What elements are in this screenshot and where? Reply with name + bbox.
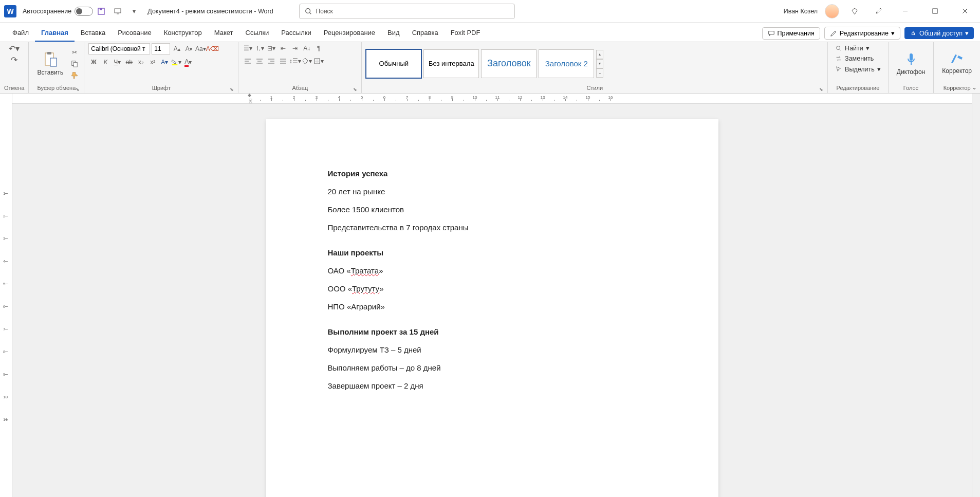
font-size-select[interactable] — [152, 43, 170, 54]
style-heading2[interactable]: Заголовок 2 — [539, 49, 594, 78]
grow-font-button[interactable]: A▴ — [172, 44, 182, 54]
svg-rect-10 — [74, 62, 78, 67]
document-line[interactable]: Наши проекты — [328, 247, 657, 258]
replace-button[interactable]: Заменить — [832, 54, 877, 63]
tab-design[interactable]: Конструктор — [158, 25, 208, 42]
minimize-button[interactable] — [894, 3, 916, 20]
bold-button[interactable]: Ж — [88, 57, 99, 67]
tab-insert[interactable]: Вставка — [75, 25, 112, 42]
group-paragraph: ☰▾ ⒈▾ ⊟▾ ⇤ ⇥ A↓ ¶ — [238, 42, 362, 93]
align-left-button[interactable] — [243, 56, 253, 66]
tab-file[interactable]: Файл — [6, 25, 35, 42]
increase-indent-button[interactable]: ⇥ — [290, 43, 300, 53]
change-case-button[interactable]: Aa▾ — [195, 44, 206, 54]
numbering-button[interactable]: ⒈▾ — [254, 43, 265, 53]
strike-button[interactable]: ab — [124, 57, 134, 67]
document-line[interactable]: Формулируем ТЗ – 5 дней — [328, 344, 657, 355]
bullets-button[interactable]: ☰▾ — [243, 43, 253, 53]
document-line[interactable]: Завершаем проект – 2 дня — [328, 380, 657, 391]
shading-button[interactable]: ▾ — [302, 56, 312, 66]
group-clipboard: Вставить ✂ Буфер обмена⬊ — [29, 42, 84, 93]
tab-help[interactable]: Справка — [406, 25, 445, 42]
style-nospacing[interactable]: Без интервала — [423, 49, 479, 78]
redo-button[interactable]: ↷ — [9, 54, 20, 65]
style-heading1[interactable]: Заголовок — [481, 49, 537, 78]
borders-button[interactable]: ▾ — [313, 56, 324, 66]
document-line[interactable]: Представительства в 7 городах страны — [328, 222, 657, 233]
close-button[interactable] — [953, 3, 976, 20]
search-box[interactable]: Поиск — [299, 4, 515, 19]
horizontal-ruler: 12345678910111213141516◆▽△ — [12, 94, 972, 104]
qat-display-icon[interactable] — [113, 6, 123, 16]
paragraph-launcher[interactable]: ⬊ — [353, 87, 357, 92]
sort-button[interactable]: A↓ — [302, 43, 312, 53]
document-line[interactable]: История успеха — [328, 168, 657, 179]
svg-rect-4 — [933, 9, 937, 13]
collapse-ribbon-button[interactable]: ⌄ — [972, 84, 977, 91]
italic-button[interactable]: К — [100, 57, 110, 67]
style-normal[interactable]: Обычный — [366, 49, 421, 78]
font-color-button[interactable]: A▾ — [183, 57, 193, 67]
tab-view[interactable]: Вид — [381, 25, 406, 42]
svg-point-13 — [837, 46, 840, 49]
style-gallery-scroll[interactable]: ▴▾⌄ — [596, 50, 603, 78]
text-effects-button[interactable]: A▾ — [159, 57, 170, 67]
scrollbar-vertical[interactable] — [972, 94, 980, 497]
tab-review[interactable]: Рецензирование — [318, 25, 381, 42]
tab-mailings[interactable]: Рассылки — [275, 25, 317, 42]
document-line[interactable]: ООО «Трутуту» — [328, 283, 657, 294]
copy-button[interactable] — [69, 59, 80, 69]
document-line[interactable]: Более 1500 клиентов — [328, 204, 657, 215]
underline-button[interactable]: Ч▾ — [112, 57, 122, 67]
line-spacing-button[interactable]: ↕☰▾ — [290, 56, 300, 66]
clipboard-launcher[interactable]: ⬊ — [76, 87, 80, 92]
decrease-indent-button[interactable]: ⇤ — [278, 43, 288, 53]
document-line[interactable]: Выполним проект за 15 дней — [328, 326, 657, 337]
clear-format-button[interactable]: A⌫ — [207, 44, 217, 54]
highlight-button[interactable]: ▾ — [171, 57, 181, 67]
page-scroll[interactable]: История успеха20 лет на рынкеБолее 1500 … — [12, 104, 972, 497]
avatar[interactable] — [825, 4, 839, 19]
styles-launcher[interactable]: ⬊ — [819, 87, 823, 92]
autosave-toggle[interactable] — [75, 7, 93, 16]
align-right-button[interactable] — [266, 56, 276, 66]
svg-rect-14 — [910, 53, 913, 61]
save-icon[interactable] — [96, 6, 106, 16]
show-marks-button[interactable]: ¶ — [313, 43, 324, 53]
align-center-button[interactable] — [254, 56, 265, 66]
undo-button[interactable]: ↶▾ — [9, 43, 20, 53]
shrink-font-button[interactable]: A▾ — [183, 44, 194, 54]
select-button[interactable]: Выделить ▾ — [832, 64, 884, 74]
tab-layout[interactable]: Макет — [208, 25, 239, 42]
document-line[interactable]: Выполняем работы – до 8 дней — [328, 362, 657, 373]
dictate-button[interactable]: Диктофон — [893, 49, 929, 78]
share-button[interactable]: Общий доступ ▾ — [904, 27, 974, 39]
format-painter-button[interactable] — [69, 70, 80, 80]
maximize-button[interactable] — [923, 3, 946, 20]
comments-button[interactable]: Примечания — [762, 27, 820, 40]
tab-foxit[interactable]: Foxit PDF — [445, 25, 487, 42]
diamond-icon[interactable] — [849, 6, 860, 16]
document-page[interactable]: История успеха20 лет на рынкеБолее 1500 … — [266, 119, 718, 497]
editing-mode-button[interactable]: Редактирование ▾ — [824, 27, 900, 40]
qat-dropdown-icon[interactable]: ▾ — [129, 6, 139, 16]
superscript-button[interactable]: x² — [147, 57, 158, 67]
tab-references[interactable]: Ссылки — [239, 25, 275, 42]
find-button[interactable]: Найти ▾ — [832, 43, 873, 53]
search-placeholder: Поиск — [316, 8, 333, 15]
tab-draw[interactable]: Рисование — [112, 25, 157, 42]
document-line[interactable]: ОАО «Тратата» — [328, 265, 657, 276]
editor-button[interactable]: Корректор — [938, 50, 976, 77]
dropper-icon[interactable] — [873, 6, 883, 16]
paste-button[interactable]: Вставить — [33, 49, 67, 78]
workspace: 1234567891011 12345678910111213141516◆▽△… — [0, 94, 980, 497]
multilevel-button[interactable]: ⊟▾ — [266, 43, 276, 53]
font-name-select[interactable] — [88, 43, 150, 54]
subscript-button[interactable]: x₂ — [136, 57, 146, 67]
justify-button[interactable] — [278, 56, 288, 66]
document-line[interactable]: 20 лет на рынке — [328, 186, 657, 197]
tab-home[interactable]: Главная — [35, 25, 75, 42]
document-line[interactable]: НПО «Аграрий» — [328, 301, 657, 312]
cut-button[interactable]: ✂ — [69, 47, 80, 58]
font-launcher[interactable]: ⬊ — [230, 87, 234, 92]
